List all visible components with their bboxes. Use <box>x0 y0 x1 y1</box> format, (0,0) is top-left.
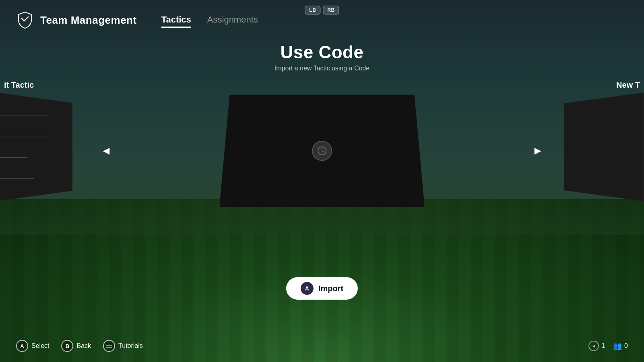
page-subtitle: Import a new Tactic using a Code <box>275 65 369 72</box>
bottom-controls: A Select B Back Tutorials <box>16 340 143 352</box>
import-button-area: A Import <box>286 277 358 300</box>
page-title: Use Code <box>275 42 369 62</box>
back-control: B Back <box>61 340 91 352</box>
tab-assignments[interactable]: Assignments <box>207 13 258 28</box>
header: Team Management Tactics Assignments <box>0 0 644 40</box>
menu-line <box>106 348 112 348</box>
tutorials-control: Tutorials <box>103 340 143 352</box>
back-label: Back <box>76 342 91 350</box>
people-number: 0 <box>624 342 628 350</box>
left-card-shape <box>0 93 72 201</box>
nav-tabs: Tactics Assignments <box>161 13 258 28</box>
field-line <box>0 157 27 158</box>
nav-info-item: ◄ 1 <box>588 341 605 351</box>
select-control: A Select <box>16 340 49 352</box>
field-line <box>0 136 48 136</box>
menu-line <box>106 344 112 345</box>
field-line <box>0 115 48 115</box>
a-button-icon: A <box>301 282 314 295</box>
page-title-area: Use Code Import a new Tactic using a Cod… <box>275 42 369 72</box>
import-button[interactable]: A Import <box>286 277 358 300</box>
select-label: Select <box>31 342 49 350</box>
shield-icon <box>16 11 34 29</box>
header-divider <box>149 12 149 28</box>
clock-icon <box>317 146 327 156</box>
right-card-shape <box>564 93 644 201</box>
a-btn-label: A <box>20 343 24 349</box>
import-label: Import <box>318 284 343 293</box>
nav-number: 1 <box>601 342 605 350</box>
left-card <box>0 93 72 201</box>
b-back-button[interactable]: B <box>61 340 73 352</box>
right-card <box>564 93 644 201</box>
field-lines-left <box>0 93 72 201</box>
field-line <box>0 178 34 179</box>
arrow-left-button[interactable]: ◄ <box>101 144 112 157</box>
a-button-label: A <box>305 285 309 292</box>
menu-line <box>106 346 112 346</box>
left-card-label: it Tactic <box>4 80 34 90</box>
tutorials-label: Tutorials <box>118 342 143 350</box>
carousel-area: it Tactic New T ◄ ► <box>0 84 644 217</box>
right-card-label: New T <box>616 80 640 90</box>
people-icon: 👥 <box>613 341 622 350</box>
main-card-icon <box>312 141 332 161</box>
tab-tactics[interactable]: Tactics <box>161 13 191 28</box>
logo-area: Team Management <box>16 11 137 29</box>
nav-left-icon: ◄ <box>588 341 599 351</box>
bottom-bar: A Select B Back Tutorials ◄ 1 <box>0 330 644 362</box>
a-select-button[interactable]: A <box>16 340 28 352</box>
main-card[interactable] <box>219 95 425 207</box>
b-btn-label: B <box>66 343 69 349</box>
arrow-right-button[interactable]: ► <box>532 144 543 157</box>
bottom-right-info: ◄ 1 👥 0 <box>588 341 628 351</box>
menu-tutorials-button[interactable] <box>103 340 115 352</box>
people-info-item: 👥 0 <box>613 341 628 350</box>
app-title: Team Management <box>40 14 137 27</box>
